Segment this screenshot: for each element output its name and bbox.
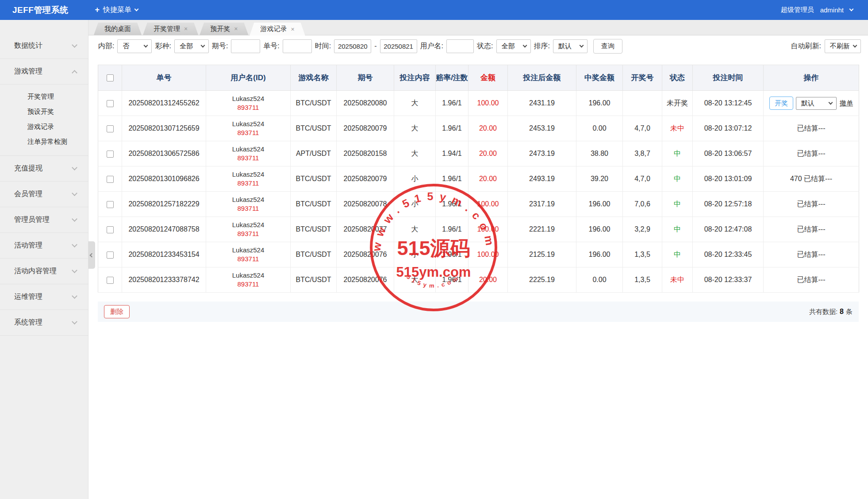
game-name-cell: BTC/USDT xyxy=(291,166,337,192)
tab-label: 开奖管理 xyxy=(154,25,180,33)
sidebar-collapse-handle[interactable] xyxy=(88,241,95,269)
sidebar-item-活动管理[interactable]: 活动管理 xyxy=(0,233,88,259)
status-label: 状态: xyxy=(477,42,493,51)
sidebar-item-label: 游戏管理 xyxy=(14,67,42,76)
username-input[interactable] xyxy=(446,39,474,53)
sidebar-item-会员管理[interactable]: 会员管理 xyxy=(0,182,88,207)
delete-button[interactable]: 删除 xyxy=(104,305,130,318)
odds-cell: 1.96/1 xyxy=(436,166,469,192)
row-checkbox[interactable] xyxy=(107,226,114,233)
sidebar-item-数据统计[interactable]: 数据统计 xyxy=(0,33,88,59)
auto-refresh-select[interactable]: 不刷新 xyxy=(825,39,861,53)
chevron-left-icon xyxy=(90,253,94,257)
row-checkbox[interactable] xyxy=(107,100,114,107)
app-title: JEFF管理系统 xyxy=(0,4,80,16)
lottery-select[interactable]: 全部 xyxy=(174,39,209,53)
sort-select[interactable]: 默认 xyxy=(553,39,588,53)
row-checkbox[interactable] xyxy=(107,201,114,208)
sidebar-subitem-注单异常检测[interactable]: 注单异常检测 xyxy=(0,134,88,149)
row-checkbox[interactable] xyxy=(107,251,114,259)
user-id: 893711 xyxy=(208,154,288,162)
username: Lukasz524 xyxy=(208,246,288,255)
sidebar-subitem-开奖管理[interactable]: 开奖管理 xyxy=(0,89,88,104)
order-no-cell: 202508201312455262 xyxy=(122,91,206,116)
bet-content-cell: 小 xyxy=(394,166,436,192)
sidebar-item-管理员管理[interactable]: 管理员管理 xyxy=(0,207,88,233)
issue-no-cell: 20250820076 xyxy=(337,242,394,267)
status-select[interactable]: 全部 xyxy=(496,39,531,53)
row-checkbox[interactable] xyxy=(107,125,114,132)
issue-no-cell: 20250820079 xyxy=(337,166,394,192)
action-cell: 已结算--- xyxy=(764,242,859,267)
row-checkbox[interactable] xyxy=(107,277,114,284)
user-menu[interactable]: adminht xyxy=(820,6,844,14)
sidebar-subitem-预设开奖[interactable]: 预设开奖 xyxy=(0,104,88,119)
tab-预开奖[interactable]: 预开奖× xyxy=(200,23,248,35)
action-cell: 470 已结算--- xyxy=(764,166,859,192)
chevron-down-icon xyxy=(72,319,77,325)
user-id: 893711 xyxy=(208,103,288,112)
table-row: 202508201312455262Lukasz524893711BTC/USD… xyxy=(98,91,859,116)
tab-我的桌面[interactable]: 我的桌面 xyxy=(94,23,142,35)
username: Lukasz524 xyxy=(208,271,288,280)
tab-label: 预开奖 xyxy=(210,25,230,33)
close-icon[interactable]: × xyxy=(234,26,238,32)
chevron-down-icon xyxy=(200,43,205,48)
row-checkbox[interactable] xyxy=(107,151,114,158)
tab-开奖管理[interactable]: 开奖管理× xyxy=(143,23,198,35)
chevron-down-icon xyxy=(72,190,77,196)
user-id: 893711 xyxy=(208,179,288,188)
top-navbar: JEFF管理系统 + 快捷菜单 超级管理员 adminht xyxy=(0,0,868,20)
game-name-cell: BTC/USDT xyxy=(291,192,337,217)
quick-menu-button[interactable]: + 快捷菜单 xyxy=(95,5,138,15)
balance-after-cell: 2473.19 xyxy=(508,141,576,166)
sidebar-item-运维管理[interactable]: 运维管理 xyxy=(0,284,88,310)
internal-select[interactable]: 否 xyxy=(117,39,152,53)
chevron-down-icon xyxy=(829,101,833,105)
sidebar-item-系统管理[interactable]: 系统管理 xyxy=(0,310,88,336)
user-id: 893711 xyxy=(208,204,288,213)
col-header-开奖号: 开奖号 xyxy=(623,65,662,91)
sidebar-subitem-游戏记录[interactable]: 游戏记录 xyxy=(0,119,88,134)
col-header-操作: 操作 xyxy=(764,65,859,91)
user-cell: Lukasz524893711 xyxy=(206,242,291,267)
sidebar-item-活动内容管理[interactable]: 活动内容管理 xyxy=(0,259,88,284)
close-icon[interactable]: × xyxy=(184,26,188,32)
user-id: 893711 xyxy=(208,255,288,263)
select-all-checkbox[interactable] xyxy=(107,74,114,81)
cancel-order-link[interactable]: 撤单 xyxy=(840,99,853,107)
bet-content-cell: 大 xyxy=(394,217,436,242)
search-button[interactable]: 查询 xyxy=(593,39,622,54)
row-checkbox[interactable] xyxy=(107,176,114,183)
order-no-cell: 202508201306572586 xyxy=(122,141,206,166)
odds-cell: 1.96/1 xyxy=(436,242,469,267)
win-amount-cell: 39.20 xyxy=(576,166,623,192)
col-header-期号: 期号 xyxy=(337,65,394,91)
balance-after-cell: 2493.19 xyxy=(508,166,576,192)
order-no-cell: 202508201233378742 xyxy=(122,267,206,293)
order-label: 单号: xyxy=(263,42,279,51)
sidebar-item-游戏管理[interactable]: 游戏管理 xyxy=(0,59,88,85)
tab-游戏记录[interactable]: 游戏记录× xyxy=(250,23,305,35)
close-icon[interactable]: × xyxy=(291,26,294,32)
issue-input[interactable] xyxy=(231,39,260,53)
odds-cell: 1.96/1 xyxy=(436,192,469,217)
draw-no-cell: 4,7,0 xyxy=(623,166,662,192)
row-select-cell xyxy=(98,166,122,192)
game-name-cell: BTC/USDT xyxy=(291,91,337,116)
time-from-input[interactable] xyxy=(334,39,371,53)
chevron-down-icon xyxy=(853,43,857,48)
order-input[interactable] xyxy=(283,39,312,53)
draw-mode-select[interactable]: 默认 xyxy=(796,97,837,110)
game-name-cell: BTC/USDT xyxy=(291,116,337,141)
sidebar-menu: 数据统计游戏管理开奖管理预设开奖游戏记录注单异常检测充值提现会员管理管理员管理活… xyxy=(0,20,88,499)
win-amount-cell: 196.00 xyxy=(576,242,623,267)
sort-label: 排序: xyxy=(534,42,550,51)
time-to-input[interactable] xyxy=(380,39,417,53)
total-count: 共有数据: 8 条 xyxy=(809,308,853,316)
draw-button[interactable]: 开奖 xyxy=(769,97,793,110)
order-no-cell: 202508201307125659 xyxy=(122,116,206,141)
sidebar-item-充值提现[interactable]: 充值提现 xyxy=(0,156,88,182)
draw-no-cell: 3,2,9 xyxy=(623,217,662,242)
table-footer-bar: 删除 共有数据: 8 条 xyxy=(98,302,859,322)
